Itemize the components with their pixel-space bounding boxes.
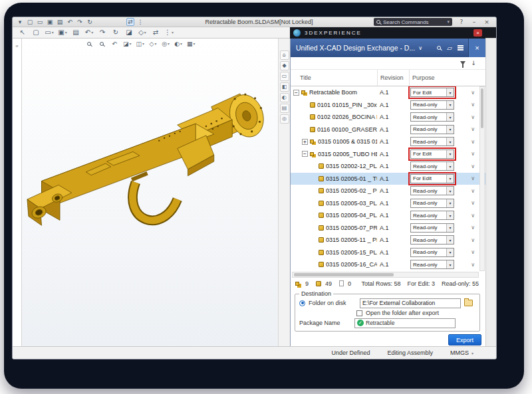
- row-expand-chevron-icon[interactable]: ∨: [471, 151, 475, 157]
- search-icon[interactable]: [434, 43, 444, 53]
- row-expand-chevron-icon[interactable]: ∨: [471, 175, 475, 181]
- table-row[interactable]: 0315 02005-16_CAN...A.1Read-only▾∨: [291, 258, 485, 271]
- horizontal-scrollbar[interactable]: [292, 272, 479, 278]
- row-expand-chevron-icon[interactable]: ∨: [471, 188, 475, 194]
- rebuild-icon[interactable]: ↻: [86, 18, 94, 26]
- save-icon[interactable]: ▣▾: [58, 28, 67, 37]
- row-expand-chevron-icon[interactable]: ∨: [471, 249, 475, 255]
- section-view-icon[interactable]: ◪: [124, 28, 134, 37]
- open-after-export-checkbox[interactable]: [356, 310, 362, 316]
- row-expand-chevron-icon[interactable]: ∨: [471, 126, 475, 132]
- purpose-dropdown[interactable]: For Edit▾: [410, 88, 454, 97]
- chevron-down-icon[interactable]: ▾: [447, 19, 450, 25]
- help-icon[interactable]: ?: [458, 18, 466, 26]
- purpose-dropdown[interactable]: Read-only▾: [410, 199, 454, 208]
- undo-icon[interactable]: ↶: [66, 18, 74, 26]
- purpose-dropdown[interactable]: Read-only▾: [410, 125, 454, 134]
- purpose-dropdown[interactable]: Read-only▾: [410, 235, 454, 245]
- units-selector[interactable]: MMGS ▾: [450, 349, 473, 356]
- table-row[interactable]: 0101 01015_PIN _30x9...A.1Read-only▾∨: [291, 99, 485, 112]
- row-expand-chevron-icon[interactable]: ∨: [471, 213, 475, 219]
- taskpane-tab-3dexperience[interactable]: ⌂: [280, 50, 289, 60]
- browse-folder-icon[interactable]: [464, 300, 473, 306]
- purpose-dropdown[interactable]: Read-only▾: [410, 100, 454, 110]
- purpose-dropdown[interactable]: For Edit▾: [410, 174, 454, 183]
- table-row[interactable]: 0102 02026_BOCINA D...A.1Read-only▾∨: [291, 111, 485, 124]
- zoom-fit-icon[interactable]: [85, 40, 93, 48]
- panel-close-icon[interactable]: ×: [468, 39, 485, 57]
- purpose-dropdown[interactable]: Read-only▾: [410, 186, 454, 195]
- scene-icon[interactable]: ▦▾: [187, 40, 196, 48]
- options-icon[interactable]: ⋮: [136, 18, 144, 26]
- close-window-icon[interactable]: ×: [483, 18, 491, 26]
- export-button[interactable]: Export: [448, 334, 481, 345]
- print-icon[interactable]: ▤: [71, 28, 80, 37]
- horizontal-scrollbar-thumb[interactable]: [294, 273, 394, 276]
- menu-arrow-icon[interactable]: ▾: [16, 18, 24, 26]
- options-icon[interactable]: ⋮▾: [164, 28, 174, 37]
- hide-show-icon[interactable]: ◎▾: [162, 40, 170, 48]
- taskpane-tab-custom-properties[interactable]: ▤: [280, 104, 289, 113]
- vertical-scrollbar[interactable]: [479, 86, 485, 271]
- cad-model-retractable-boom[interactable]: [23, 57, 278, 272]
- search-commands-box[interactable]: Search Commands ▾: [374, 18, 452, 26]
- table-row[interactable]: 0315 02005-02 _ PL...A.1Read-only▾∨: [291, 185, 485, 197]
- row-expander-icon[interactable]: −: [302, 151, 308, 157]
- filter-icon[interactable]: [460, 61, 466, 65]
- table-row[interactable]: 0315 02005-15_PLA...A.1Read-only▾∨: [291, 246, 485, 259]
- purpose-dropdown[interactable]: Read-only▾: [410, 137, 454, 146]
- table-row[interactable]: 0116 00100_GRASERA...A.1Read-only▾∨: [291, 124, 485, 136]
- row-expand-chevron-icon[interactable]: ∨: [471, 139, 475, 145]
- table-row[interactable]: 0315 02005-07_PR...A.1Read-only▾∨: [291, 222, 485, 235]
- column-header-title[interactable]: Title: [291, 70, 377, 86]
- exchange-icon[interactable]: ⇄: [151, 28, 160, 37]
- rebuild-icon[interactable]: ↻: [111, 28, 120, 37]
- row-expander-icon[interactable]: −: [293, 90, 299, 96]
- redo-icon[interactable]: ↷: [76, 18, 84, 26]
- package-name-input[interactable]: ✓ Retractable: [354, 318, 456, 328]
- row-expand-chevron-icon[interactable]: ∨: [471, 262, 475, 268]
- table-row[interactable]: 0315 02005-04_PLA...A.1Read-only▾∨: [291, 209, 485, 222]
- display-style-icon[interactable]: ◇▾: [149, 40, 157, 48]
- purpose-dropdown[interactable]: Read-only▾: [410, 211, 454, 220]
- tag-icon[interactable]: ▱: [444, 43, 455, 53]
- table-row[interactable]: −Retractable BoomA.1For Edit▾∨: [291, 86, 485, 99]
- column-header-revision[interactable]: Revision: [377, 70, 409, 86]
- row-expand-chevron-icon[interactable]: ∨: [471, 102, 475, 108]
- row-expand-chevron-icon[interactable]: ∨: [471, 163, 475, 169]
- sort-icon[interactable]: ↓: [471, 60, 476, 66]
- purpose-dropdown[interactable]: Read-only▾: [410, 248, 454, 257]
- column-header-purpose[interactable]: Purpose: [409, 70, 458, 86]
- table-row[interactable]: −0315 02005_TUBO HEX...A.1For Edit▾∨: [291, 148, 485, 161]
- menu-icon[interactable]: [455, 43, 466, 53]
- print-icon[interactable]: ▤: [56, 18, 64, 26]
- taskpane-tab-design-library[interactable]: ◆: [280, 61, 289, 70]
- row-expand-chevron-icon[interactable]: ∨: [471, 114, 475, 120]
- section-view-icon[interactable]: ◪▾: [123, 40, 132, 48]
- row-expand-chevron-icon[interactable]: ∨: [471, 237, 475, 243]
- save-icon[interactable]: ▣: [46, 18, 54, 26]
- exchange-icon[interactable]: ⇄: [126, 18, 134, 26]
- open-icon[interactable]: ▭▾: [45, 28, 54, 37]
- select-arrow-icon[interactable]: ↖: [18, 28, 27, 37]
- graphics-viewport[interactable]: ↶◪▾◫▾◇▾◎▾◐▾▦▾: [22, 39, 278, 347]
- purpose-dropdown[interactable]: Read-only▾: [410, 260, 454, 269]
- row-expand-chevron-icon[interactable]: ∨: [471, 200, 475, 206]
- row-expand-chevron-icon[interactable]: ∨: [471, 90, 475, 96]
- table-row[interactable]: 0315 02005-01 _ TU...A.1For Edit▾∨: [291, 173, 485, 185]
- minimize-icon[interactable]: –: [470, 18, 478, 26]
- folder-path-input[interactable]: [360, 298, 461, 308]
- taskpane-tab-forum[interactable]: ◎: [280, 114, 289, 124]
- zoom-area-icon[interactable]: [98, 40, 106, 48]
- view-orientation-icon[interactable]: ◫▾: [136, 40, 145, 48]
- taskpane-tab-view-palette[interactable]: ◧: [280, 82, 289, 92]
- table-row[interactable]: 0315 02005-03_PLA...A.1Read-only▾∨: [291, 197, 485, 210]
- table-row[interactable]: +0315 01005 & 0315 010...A.1Read-only▾∨: [291, 136, 485, 148]
- row-expander-icon[interactable]: +: [302, 139, 308, 145]
- table-row[interactable]: 0315 02002-12_PLA...A.1Read-only▾∨: [291, 160, 485, 173]
- experience-bar-close-icon[interactable]: ×: [473, 29, 482, 37]
- display-style-icon[interactable]: ◇▾: [138, 28, 147, 37]
- table-row[interactable]: 0315 02005-11 _ PLA...A.1Read-only▾∨: [291, 234, 485, 246]
- taskpane-tab-file-explorer[interactable]: ▭: [280, 72, 289, 81]
- appearance-icon[interactable]: ◐▾: [174, 40, 182, 48]
